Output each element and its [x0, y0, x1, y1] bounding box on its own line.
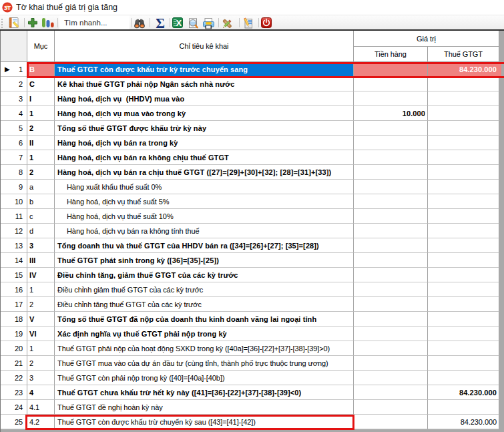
svg-text:3T: 3T [4, 5, 11, 11]
svg-text:Σ: Σ [156, 16, 165, 30]
svg-text:X: X [176, 18, 182, 28]
